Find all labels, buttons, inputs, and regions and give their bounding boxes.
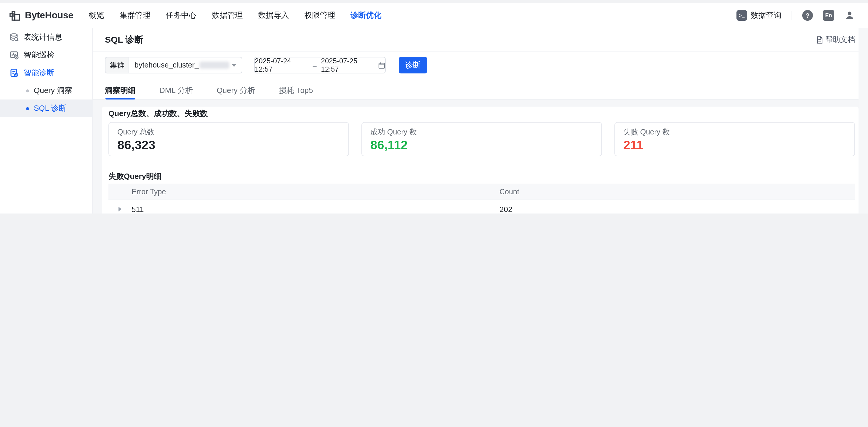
user-avatar-icon[interactable] — [844, 10, 855, 21]
expand-caret-icon[interactable] — [119, 207, 121, 211]
nav-divider — [792, 11, 792, 20]
terminal-icon: >_ — [737, 10, 747, 21]
stat-card-value: 211 — [623, 138, 644, 152]
nav-item[interactable]: 数据管理 — [212, 10, 243, 21]
failed-table-section-title: 失败Query明细 — [108, 171, 161, 182]
filter-row: 集群 bytehouse_cluster_ 2025-07-24 12:57 →… — [105, 57, 427, 73]
column-header-count: Count — [499, 188, 519, 196]
document-icon — [816, 36, 824, 43]
inspection-icon — [9, 50, 19, 60]
stat-card-value: 86,112 — [370, 138, 408, 152]
sidebar-item-label: 智能巡检 — [24, 50, 55, 60]
bullet-dot-icon — [26, 107, 29, 110]
tab-item[interactable]: 损耗 Top5 — [279, 84, 313, 99]
tab-bar: 洞察明细DML 分析Query 分析损耗 Top5 — [105, 84, 313, 99]
help-doc-label: 帮助文档 — [825, 35, 855, 45]
nav-item[interactable]: 诊断优化 — [351, 10, 381, 21]
summary-section-title: Query总数、成功数、失败数 — [108, 108, 208, 119]
sidebar-item[interactable]: 表统计信息 — [0, 28, 93, 46]
table-header-row: Error TypeCount — [108, 184, 855, 200]
content-panel: Query总数、成功数、失败数 Query 总数86,323成功 Query 数… — [102, 107, 859, 214]
sidebar-subitem[interactable]: SQL 诊断 — [0, 99, 93, 117]
tab-active[interactable]: 洞察明细 — [105, 84, 136, 99]
cell-error-type: 511 — [131, 205, 144, 214]
nav-right: >_ 数据查询 ? En — [737, 10, 855, 21]
help-icon[interactable]: ? — [802, 10, 813, 21]
stat-card-value: 86,323 — [117, 138, 155, 152]
cluster-select[interactable]: bytehouse_cluster_ — [129, 57, 242, 73]
sidebar-item-label: 智能诊断 — [24, 67, 55, 78]
page-title: SQL 诊断 — [105, 34, 143, 45]
stat-card-label: 失败 Query 数 — [623, 127, 670, 137]
bullet-dot-icon — [26, 89, 29, 92]
cluster-label: 集群 — [105, 57, 129, 73]
sidebar-subitem-label: Query 洞察 — [34, 85, 72, 96]
sidebar-subitem-label: SQL 诊断 — [34, 103, 66, 114]
data-query-button[interactable]: >_ 数据查询 — [737, 10, 781, 21]
data-query-label: 数据查询 — [751, 10, 781, 21]
tab-item[interactable]: DML 分析 — [159, 84, 193, 99]
brand[interactable]: ByteHouse — [8, 9, 73, 22]
stat-card-label: 成功 Query 数 — [370, 127, 417, 137]
help-doc-link[interactable]: 帮助文档 — [816, 35, 855, 45]
stat-card: Query 总数86,323 — [108, 122, 349, 156]
filter-block: 集群 bytehouse_cluster_ 2025-07-24 12:57 →… — [93, 52, 868, 99]
sidebar-item[interactable]: 智能诊断 — [0, 64, 93, 82]
sidebar: 表统计信息智能巡检智能诊断Query 洞察SQL 诊断 — [0, 28, 93, 214]
window-top-strip — [0, 0, 868, 3]
table-stats-icon — [9, 33, 19, 42]
failed-query-table: Error TypeCount511202608811 — [108, 184, 855, 214]
page-title-bar: SQL 诊断 帮助文档 — [93, 28, 868, 52]
nav-item[interactable]: 权限管理 — [305, 10, 335, 21]
masked-cluster-suffix — [200, 62, 229, 69]
diagnosis-icon — [9, 68, 19, 77]
app-root: ByteHouse 概览集群管理任务中心数据管理数据导入权限管理诊断优化 >_ … — [0, 0, 868, 214]
brand-name: ByteHouse — [25, 10, 73, 21]
sidebar-item[interactable]: 智能巡检 — [0, 46, 93, 64]
column-header-error-type: Error Type — [131, 188, 166, 196]
top-nav: ByteHouse 概览集群管理任务中心数据管理数据导入权限管理诊断优化 >_ … — [0, 3, 868, 28]
sidebar-item-label: 表统计信息 — [24, 32, 62, 43]
nav-item[interactable]: 集群管理 — [120, 10, 151, 21]
nav-item[interactable]: 任务中心 — [166, 10, 197, 21]
nav-item[interactable]: 数据导入 — [258, 10, 289, 21]
diagnose-button[interactable]: 诊断 — [399, 57, 427, 73]
date-range-picker[interactable]: 2025-07-24 12:57 → 2025-07-25 12:57 — [254, 57, 386, 73]
cell-count: 202 — [499, 205, 512, 214]
date-start: 2025-07-24 12:57 — [255, 57, 309, 73]
stat-card-label: Query 总数 — [117, 127, 154, 137]
chevron-down-icon — [232, 64, 237, 67]
arrow-right-icon: → — [312, 62, 318, 69]
date-end: 2025-07-25 12:57 — [321, 57, 375, 73]
language-toggle[interactable]: En — [823, 10, 834, 21]
nav-item[interactable]: 概览 — [89, 10, 104, 21]
bytehouse-logo-icon — [8, 9, 21, 22]
cluster-select-value: bytehouse_cluster_ — [134, 61, 199, 69]
stat-card: 失败 Query 数211 — [614, 122, 855, 156]
tab-item[interactable]: Query 分析 — [217, 84, 255, 99]
stat-card: 成功 Query 数86,112 — [362, 122, 602, 156]
main-nav: 概览集群管理任务中心数据管理数据导入权限管理诊断优化 — [89, 10, 381, 21]
table-row[interactable]: 511202 — [108, 200, 855, 214]
calendar-icon — [378, 61, 385, 69]
content-area: Query总数、成功数、失败数 Query 总数86,323成功 Query 数… — [93, 99, 868, 214]
sidebar-subitem[interactable]: Query 洞察 — [0, 82, 93, 99]
scroll-gutter[interactable] — [859, 28, 868, 214]
